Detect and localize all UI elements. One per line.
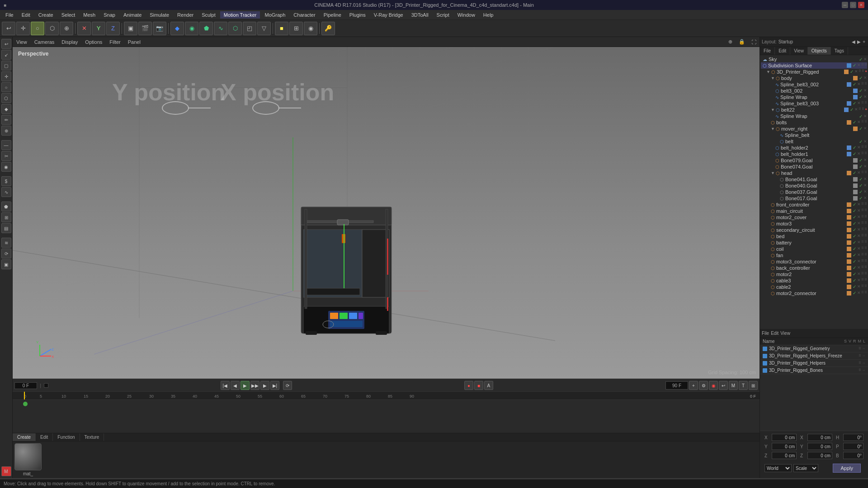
tree-item-head[interactable]: ▼ ⬡ head ✓ ✕ ⠿ ⠿ — [761, 170, 867, 176]
cylinder-button[interactable]: ⬟ — [199, 22, 213, 35]
tree-item-bone040[interactable]: ⬡ Bone040.Goal ✓ ✕ — [761, 183, 867, 189]
z-rotation-input[interactable] — [807, 452, 832, 459]
left-sidebar-fill[interactable]: ◉ — [1, 162, 11, 172]
left-sidebar-magnet[interactable]: ⊕ — [1, 126, 11, 136]
attr-edit-tab[interactable]: Edit — [771, 331, 778, 336]
play-all-button[interactable]: ▶▶ — [250, 381, 259, 390]
vp-menu-cameras[interactable]: Cameras — [33, 39, 57, 45]
tree-item-motor2[interactable]: ⬡ motor2 ✓ ✕ ⠿ ⠿ — [761, 271, 867, 277]
z-position-input[interactable] — [772, 452, 797, 459]
menu-edit[interactable]: Edit — [18, 11, 34, 19]
left-sidebar-env[interactable]: ∿ — [1, 187, 11, 197]
material-slot-1[interactable]: mat_ — [14, 443, 42, 476]
window-controls[interactable]: ─ □ ✕ — [842, 2, 864, 8]
fps-button[interactable]: + — [689, 381, 698, 390]
render-view-button[interactable]: 🎬 — [138, 22, 152, 35]
mover-expand-icon[interactable]: ▼ — [771, 127, 775, 131]
null-button[interactable]: ◉ — [304, 22, 317, 35]
left-sidebar-btn-2[interactable]: ↙ — [1, 50, 11, 60]
left-sidebar-mat[interactable]: $ — [1, 176, 11, 186]
vp-menu-filter[interactable]: Filter — [108, 39, 122, 45]
tree-item-fan[interactable]: ⬡ fan ✓ ✕ ⠿ ⠿ — [761, 252, 867, 258]
material-preview-1[interactable] — [14, 443, 42, 470]
spline-button[interactable]: ⬡ — [228, 22, 242, 35]
tree-item-bone017[interactable]: ⬡ Bone017.Goal ✓ ✕ — [761, 195, 867, 202]
menu-simulate[interactable]: Simulate — [146, 11, 173, 19]
move-button[interactable]: ✛ — [16, 22, 30, 35]
rp-tab-file[interactable]: File — [760, 47, 775, 55]
axis-y-button[interactable]: Y — [92, 22, 105, 35]
left-sidebar-rotate[interactable]: ○ — [1, 82, 11, 92]
menu-snap[interactable]: Snap — [100, 11, 119, 19]
attr-list[interactable]: 3D_Printer_Rigged_Geometry ⠿ → 3D_Printe… — [760, 345, 868, 431]
rp-tab-view[interactable]: View — [790, 47, 808, 55]
mat-tab-create[interactable]: Create — [13, 433, 36, 441]
left-sidebar-poly[interactable]: ◆ — [1, 104, 11, 114]
attr-item-1[interactable]: 3D_Printer_Rigged_Geometry ⠿ → — [760, 345, 868, 352]
transform-button[interactable]: ⊕ — [60, 22, 73, 35]
rp-tab-objects[interactable]: Objects — [808, 47, 831, 55]
tree-item-mover-right[interactable]: ▼ ⬡ mover_right ✓ ✕ — [761, 126, 867, 132]
rp-tab-tags[interactable]: Tags — [831, 47, 848, 55]
scale-mode-dropdown[interactable]: Scale Size — [793, 464, 818, 472]
left-sidebar-space[interactable]: ≋ — [1, 238, 11, 248]
menu-motion-tracker[interactable]: Motion Tracker — [220, 11, 260, 19]
grid-btn[interactable]: ⊞ — [749, 381, 758, 390]
maximize-button[interactable]: □ — [850, 2, 856, 8]
rotate-button[interactable]: ⬡ — [45, 22, 59, 35]
light-button[interactable]: ■ — [275, 22, 288, 35]
left-sidebar-brush[interactable]: ▣ — [1, 259, 11, 269]
menu-mograph[interactable]: MoGraph — [261, 11, 289, 19]
tree-item-bone041[interactable]: ⬡ Bone041.Goal ✓ ✕ — [761, 176, 867, 183]
tree-item-body[interactable]: ▼ ⬡ body ✓ ✕ — [761, 75, 867, 81]
attr-item-4[interactable]: 3D_Printer_Rigged_Bones ⠿ → — [760, 367, 868, 374]
menu-animate[interactable]: Animate — [120, 11, 145, 19]
layout-icon-3[interactable]: + — [863, 39, 865, 44]
tree-item-spline-belt3-003[interactable]: ∿ Spline_belt3_003 ✓ ✕ ⠿ ⠿ — [761, 100, 867, 107]
x-position-input[interactable] — [772, 434, 797, 441]
left-sidebar-mode[interactable]: ⬟ — [1, 202, 11, 211]
plane-button[interactable]: ∿ — [214, 22, 227, 35]
mat-tab-texture[interactable]: Texture — [80, 433, 104, 441]
tree-item-cable3[interactable]: ⬡ cable3 ✓ ✕ ⠿ ⠿ — [761, 277, 867, 284]
menu-window[interactable]: Window — [454, 11, 479, 19]
record-button[interactable]: ● — [464, 381, 473, 390]
cube-button[interactable]: ◆ — [170, 22, 184, 35]
tree-item-belt-holder2[interactable]: ⬡ belt_holder2 ✓ ✕ ⠿ ⠿ — [761, 145, 867, 151]
left-sidebar-knife[interactable]: ✂ — [1, 151, 11, 161]
tree-item-bone074[interactable]: ⬡ Bone074.Goal ✓ ✕ — [761, 164, 867, 170]
attr-view-tab[interactable]: View — [780, 331, 790, 336]
vp-menu-panel[interactable]: Panel — [126, 39, 142, 45]
attr-file-tab[interactable]: File — [762, 331, 769, 336]
coord-system-dropdown[interactable]: World Local Screen — [764, 464, 792, 472]
apply-button[interactable]: Apply — [833, 464, 861, 473]
render-button[interactable]: 📷 — [153, 22, 166, 35]
axis-z-button[interactable]: Z — [106, 22, 120, 35]
tree-item-motor2-cover[interactable]: ⬡ motor2_cover ✓ ✕ ⠿ ⠿ — [761, 214, 867, 221]
tree-item-spline-wrap-1[interactable]: ∿ Spline Wrap ✓ ✕ — [761, 94, 867, 100]
tree-item-coil[interactable]: ⬡ coil ✓ ✕ ⠿ ⠿ — [761, 246, 867, 252]
body-expand-icon[interactable]: ▼ — [771, 76, 775, 80]
menu-script[interactable]: Script — [433, 11, 453, 19]
head-expand-icon[interactable]: ▼ — [771, 171, 775, 175]
stop-button[interactable]: ■ — [474, 381, 483, 390]
tree-item-subdivision[interactable]: ⬡ Subdivision Surface ✓ ✕ ⠿ ⠿ — [761, 62, 867, 69]
vp-menu-options[interactable]: Options — [83, 39, 104, 45]
deformer-button[interactable]: ▽ — [257, 22, 271, 35]
attr-item-3[interactable]: 3D_Printer_Rigged_Helpers ⠿ → — [760, 360, 868, 367]
viewport[interactable]: Y position X position — [13, 47, 760, 379]
y-rotation-input[interactable] — [807, 443, 832, 450]
mat-tab-edit[interactable]: Edit — [36, 433, 53, 441]
undo-button[interactable]: ↩ — [2, 22, 15, 35]
end-frame-input[interactable] — [665, 381, 688, 389]
tree-item-front-controller[interactable]: ⬡ front_controller ✓ ✕ ⠿ ⠿ — [761, 202, 867, 208]
playhead[interactable] — [24, 392, 25, 399]
motion-rec-button[interactable]: ◉ — [709, 381, 718, 390]
menu-mesh[interactable]: Mesh — [80, 11, 99, 19]
p-input[interactable] — [843, 443, 863, 450]
tree-item-belt3-002[interactable]: ⬡ belt3_002 ✓ ✕ — [761, 88, 867, 94]
tree-item-battery[interactable]: ⬡ battery ✓ ✕ ⠿ ⠿ — [761, 239, 867, 246]
left-sidebar-warp[interactable]: ⟳ — [1, 249, 11, 258]
track-button[interactable]: T — [739, 381, 748, 390]
tree-item-bed[interactable]: ⬡ bed ✓ ✕ ⠿ ⠿ — [761, 233, 867, 239]
